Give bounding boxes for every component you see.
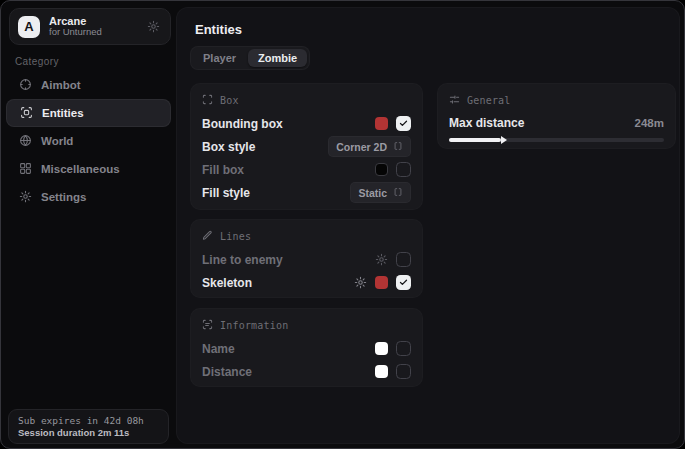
gear-icon[interactable] (354, 276, 367, 289)
fill-style-dropdown[interactable]: Static (350, 182, 411, 203)
entity-tabs: Player Zombie (190, 46, 310, 70)
setting-label: Max distance (449, 116, 524, 130)
scan-corners-icon (202, 94, 213, 107)
main-content: Entities Player Zombie Box Bounding box … (176, 7, 680, 444)
brand-text: Arcane for Unturned (49, 15, 102, 39)
sidebar-item-label: Entities (42, 107, 84, 119)
subscription-card: Sub expires in 42d 08h Session duration … (8, 409, 169, 444)
panel-title: General (467, 95, 511, 106)
slider-fill (449, 138, 501, 142)
color-swatch[interactable] (375, 365, 388, 378)
color-swatch[interactable] (375, 276, 388, 289)
app-subtitle: for Unturned (49, 27, 102, 38)
dropdown-value: Corner 2D (336, 141, 387, 153)
setting-label: Box style (202, 140, 255, 154)
slider-thumb[interactable] (501, 136, 507, 144)
setting-label: Skeleton (202, 276, 252, 290)
panel-title: Box (220, 95, 239, 106)
sidebar-item-label: Aimbot (41, 79, 81, 91)
globe-icon (19, 134, 32, 149)
lines-panel-header: Lines (202, 228, 411, 245)
sidebar-item-world[interactable]: World (6, 127, 171, 155)
max-distance-slider[interactable] (449, 138, 664, 142)
setting-label: Fill style (202, 186, 250, 200)
crosshair-icon (19, 78, 32, 93)
checkbox-unchecked[interactable] (396, 252, 411, 267)
setting-row-name: Name (202, 337, 411, 360)
setting-label: Fill box (202, 163, 244, 177)
selector-icon (393, 187, 403, 199)
scan-box-icon (20, 106, 33, 121)
box-style-dropdown[interactable]: Corner 2D (328, 136, 411, 157)
box-panel: Box Bounding box Box style Corner 2D (190, 83, 423, 210)
check-icon (399, 278, 408, 287)
information-panel-header: Information (202, 317, 411, 334)
checkbox-unchecked[interactable] (396, 364, 411, 379)
scan-text-icon (202, 319, 213, 332)
gear-icon (19, 190, 32, 205)
box-panel-header: Box (202, 92, 411, 109)
sidebar-nav: Aimbot Entities World Miscellaneous Sett… (6, 71, 171, 211)
lines-panel: Lines Line to enemy Skeleton (190, 219, 423, 298)
checkbox-unchecked[interactable] (396, 341, 411, 356)
app-window: A Arcane for Unturned Category Aimbot En… (0, 0, 685, 449)
setting-row-max-distance: Max distance 248m (449, 112, 664, 134)
color-swatch[interactable] (375, 117, 388, 130)
setting-label: Name (202, 342, 235, 356)
setting-row-fill-style: Fill style Static (202, 181, 411, 204)
setting-label: Line to enemy (202, 253, 283, 267)
category-label: Category (15, 56, 59, 67)
setting-row-skeleton: Skeleton (202, 271, 411, 294)
dropdown-value: Static (358, 187, 387, 199)
setting-label: Distance (202, 365, 252, 379)
setting-row-distance: Distance (202, 360, 411, 383)
checkbox-checked[interactable] (396, 275, 411, 290)
sidebar-item-label: Settings (41, 191, 86, 203)
gear-icon[interactable] (147, 20, 160, 33)
setting-row-fill-box: Fill box (202, 158, 411, 181)
information-panel: Information Name Distance (190, 308, 423, 387)
sidebar-item-settings[interactable]: Settings (6, 183, 171, 211)
panel-title: Information (220, 320, 288, 331)
sidebar-item-entities[interactable]: Entities (6, 99, 171, 127)
sidebar: A Arcane for Unturned Category Aimbot En… (1, 1, 176, 448)
tab-player[interactable]: Player (193, 49, 246, 67)
setting-row-line-to-enemy: Line to enemy (202, 248, 411, 271)
app-logo: A (18, 16, 40, 38)
sidebar-item-label: Miscellaneous (41, 163, 120, 175)
check-icon (399, 119, 408, 128)
setting-label: Bounding box (202, 117, 283, 131)
sidebar-item-miscellaneous[interactable]: Miscellaneous (6, 155, 171, 183)
tab-zombie[interactable]: Zombie (248, 49, 307, 67)
general-panel: General Max distance 248m (437, 83, 676, 149)
sidebar-item-aimbot[interactable]: Aimbot (6, 71, 171, 99)
checkbox-checked[interactable] (396, 116, 411, 131)
sidebar-item-label: World (41, 135, 73, 147)
session-duration-text: Session duration 2m 11s (18, 427, 159, 438)
general-panel-header: General (449, 92, 664, 109)
setting-row-bounding-box: Bounding box (202, 112, 411, 135)
setting-row-box-style: Box style Corner 2D (202, 135, 411, 158)
grid-icon (19, 162, 32, 177)
sub-expiry-text: Sub expires in 42d 08h (18, 415, 159, 426)
checkbox-unchecked[interactable] (396, 162, 411, 177)
max-distance-value: 248m (635, 117, 664, 129)
sliders-icon (449, 94, 460, 107)
pen-icon (202, 230, 213, 243)
gear-icon[interactable] (375, 253, 388, 266)
page-title: Entities (195, 22, 242, 37)
selector-icon (393, 141, 403, 153)
color-swatch[interactable] (375, 163, 388, 176)
brand-card: A Arcane for Unturned (9, 8, 171, 45)
panel-title: Lines (220, 231, 251, 242)
color-swatch[interactable] (375, 342, 388, 355)
